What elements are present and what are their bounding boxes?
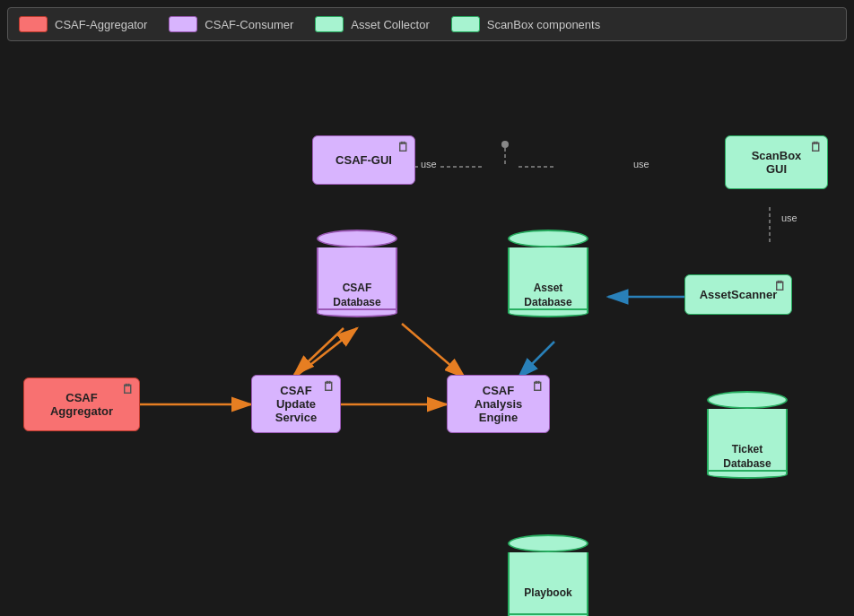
legend-label-asset-collector: Asset Collector — [351, 18, 429, 31]
csaf-gui-label: CSAF-GUI — [336, 153, 392, 167]
asset-scanner-label: AssetScanner — [700, 288, 778, 301]
csaf-update-service-doc-icon: 🗒 — [322, 379, 335, 394]
csaf-update-service-label: CSAFUpdateService — [275, 384, 317, 424]
ticket-database-cylinder: TicketDatabase — [707, 391, 788, 471]
diagram-canvas: CSAF-GUI 🗒 ScanBoxGUI 🗒 AssetScanner 🗒 C… — [7, 50, 847, 609]
csaf-gui-box: CSAF-GUI 🗒 — [312, 135, 415, 185]
csaf-aggregator-label: CSAFAggregator — [50, 391, 113, 418]
asset-scanner-doc-icon: 🗒 — [773, 279, 786, 293]
legend-item-aggregator: CSAF-Aggregator — [19, 16, 147, 32]
legend-color-scanbox — [451, 16, 480, 32]
csaf-aggregator-box: CSAFAggregator 🗒 — [23, 377, 140, 431]
svg-line-5 — [294, 328, 344, 375]
legend-color-consumer — [169, 16, 197, 32]
csaf-db-top — [317, 230, 397, 247]
csaf-analysis-engine-label: CSAFAnalysisEngine — [475, 384, 522, 424]
use-label-3: use — [779, 212, 800, 224]
use-label-2: use — [631, 158, 652, 170]
legend-item-asset-collector: Asset Collector — [315, 16, 429, 32]
svg-line-4 — [294, 328, 357, 377]
scanbox-gui-doc-icon: 🗒 — [809, 140, 822, 154]
csaf-analysis-engine-doc-icon: 🗒 — [531, 379, 544, 394]
csaf-aggregator-doc-icon: 🗒 — [121, 382, 134, 396]
ticket-db-body — [707, 409, 788, 472]
legend-item-scanbox: ScanBox components — [451, 16, 600, 32]
playbook-db-top — [508, 534, 588, 552]
csaf-gui-doc-icon: 🗒 — [396, 140, 409, 154]
csaf-analysis-engine-box: CSAFAnalysisEngine 🗒 — [447, 375, 550, 433]
scanbox-gui-label: ScanBoxGUI — [752, 149, 802, 176]
arrows-svg — [7, 50, 847, 609]
legend-label-consumer: CSAF-Consumer — [205, 18, 293, 31]
asset-db-top — [508, 230, 588, 247]
legend-color-aggregator — [19, 16, 48, 32]
use-label-1: use — [418, 158, 440, 170]
svg-point-13 — [501, 141, 509, 148]
legend-label-scanbox: ScanBox components — [487, 18, 600, 31]
asset-db-body — [508, 247, 588, 310]
legend-bar: CSAF-Aggregator CSAF-Consumer Asset Coll… — [7, 7, 847, 41]
asset-database-cylinder: AssetDatabase — [508, 230, 588, 309]
asset-scanner-box: AssetScanner 🗒 — [684, 274, 792, 315]
playbook-cylinder: Playbook — [508, 534, 588, 601]
csaf-database-cylinder: CSAFDatabase — [317, 230, 397, 309]
svg-line-7 — [402, 324, 465, 377]
svg-line-9 — [518, 342, 554, 377]
legend-item-consumer: CSAF-Consumer — [169, 16, 293, 32]
ticket-db-top — [707, 391, 788, 409]
csaf-db-body — [317, 247, 397, 310]
legend-color-asset-collector — [315, 16, 344, 32]
scanbox-gui-box: ScanBoxGUI 🗒 — [725, 135, 828, 189]
csaf-update-service-box: CSAFUpdateService 🗒 — [251, 375, 341, 433]
legend-label-aggregator: CSAF-Aggregator — [55, 18, 147, 31]
playbook-db-body — [508, 552, 588, 615]
